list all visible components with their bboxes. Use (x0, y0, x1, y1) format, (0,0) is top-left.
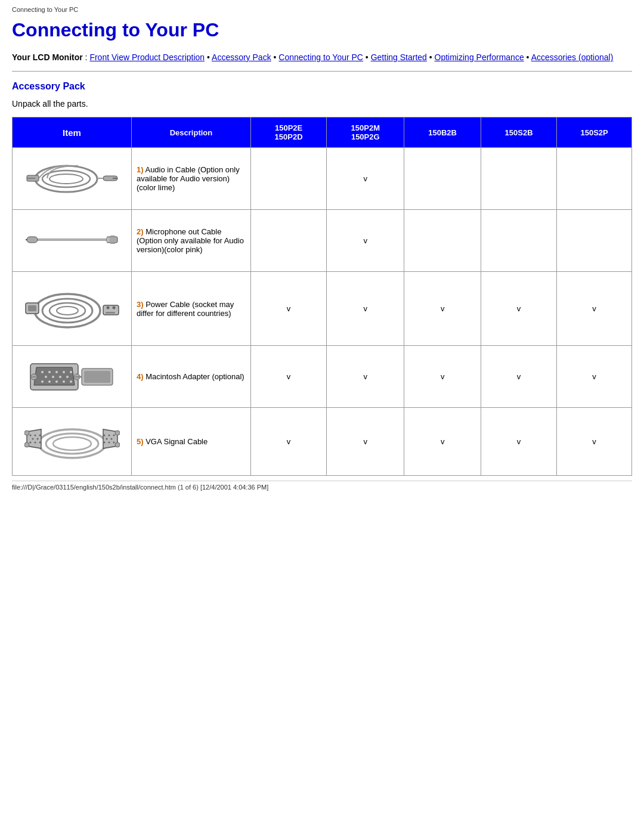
svg-point-27 (41, 371, 44, 373)
row5-col4: v (327, 408, 404, 476)
table-row: 1) Audio in Cable (Option only available… (13, 148, 632, 210)
mac-adapter-svg (24, 352, 120, 400)
item-image-4 (13, 346, 132, 408)
svg-rect-9 (27, 237, 38, 243)
nav-link-accessory-pack[interactable]: Accessory Pack (212, 52, 271, 62)
svg-point-66 (113, 442, 114, 444)
row3-col5: v (404, 272, 481, 346)
row1-col6 (481, 148, 556, 210)
svg-point-63 (103, 435, 105, 436)
row5-col6: v (481, 408, 556, 476)
intro-text: Unpack all the parts. (12, 99, 632, 109)
page-title: Connecting to Your PC (12, 19, 632, 41)
svg-point-64 (110, 438, 112, 440)
item-num-4: 4) (137, 372, 144, 381)
divider (12, 71, 632, 72)
row4-col5: v (404, 346, 481, 408)
svg-rect-20 (28, 305, 36, 311)
svg-point-55 (32, 438, 33, 440)
svg-point-69 (24, 431, 29, 435)
row2-col6 (481, 210, 556, 272)
svg-point-62 (108, 435, 110, 436)
item-image-3 (13, 272, 132, 346)
item-description-1: 1) Audio in Cable (Option only available… (132, 148, 251, 210)
item-description-4: 4) Macintosh Adapter (optional) (132, 346, 251, 408)
nav-link-front-view[interactable]: Front View Product Description (89, 52, 205, 62)
svg-point-52 (29, 435, 31, 436)
svg-point-37 (48, 380, 51, 383)
col-header-150s2b: 150S2B (481, 117, 556, 148)
svg-point-18 (57, 306, 78, 315)
svg-marker-26 (34, 367, 75, 385)
vga-cable-svg (24, 414, 120, 467)
svg-point-67 (108, 442, 110, 444)
item-num-5: 5) (137, 437, 144, 446)
svg-point-53 (34, 435, 36, 436)
svg-point-17 (49, 303, 85, 318)
svg-point-31 (70, 371, 72, 373)
row5-col7: v (557, 408, 632, 476)
svg-point-50 (53, 437, 91, 450)
row3-col7: v (557, 272, 632, 346)
page-footer: file:///D|/Grace/03115/english/150s2b/in… (12, 481, 632, 491)
row5-col5: v (404, 408, 481, 476)
svg-point-35 (66, 376, 69, 378)
item-image-2 (13, 210, 132, 272)
row1-col4: v (327, 148, 404, 210)
svg-point-36 (41, 380, 44, 383)
svg-point-56 (36, 438, 38, 440)
col-header-150p2e: 150P2E150P2D (251, 117, 327, 148)
row2-col3 (251, 210, 327, 272)
svg-point-57 (29, 442, 31, 444)
svg-point-58 (34, 442, 36, 444)
row3-col3: v (251, 272, 327, 346)
row1-col7 (557, 148, 632, 210)
item-description-5: 5) VGA Signal Cable (132, 408, 251, 476)
table-row: 3) Power Cable (socket may differ for di… (13, 272, 632, 346)
nav-link-getting-started[interactable]: Getting Started (371, 52, 427, 62)
svg-point-34 (59, 376, 61, 378)
item-description-3: 3) Power Cable (socket may differ for di… (132, 272, 251, 346)
table-row: 2) Microphone out Cable (Option only ava… (13, 210, 632, 272)
nav-link-optimizing[interactable]: Optimizing Performance (435, 52, 524, 62)
row5-col3: v (251, 408, 327, 476)
browser-path: Connecting to Your PC (12, 6, 632, 13)
item-image-5 (13, 408, 132, 476)
svg-rect-13 (110, 242, 115, 244)
col-header-150s2p: 150S2P (557, 117, 632, 148)
audio-cable-svg (24, 154, 120, 202)
svg-point-61 (113, 435, 114, 436)
svg-rect-14 (107, 237, 110, 242)
row4-col6: v (481, 346, 556, 408)
svg-point-54 (39, 435, 41, 436)
svg-point-70 (24, 442, 29, 447)
table-row: 4) Macintosh Adapter (optional) v v v v … (13, 346, 632, 408)
row4-col7: v (557, 346, 632, 408)
col-header-150p2m: 150P2M150P2G (327, 117, 404, 148)
row3-col6: v (481, 272, 556, 346)
col-header-description: Description (132, 117, 251, 148)
svg-point-39 (63, 380, 65, 383)
power-cable-svg (24, 278, 120, 337)
item-num-1: 1) (137, 165, 144, 174)
svg-rect-24 (106, 312, 115, 314)
col-header-150b2b: 150B2B (404, 117, 481, 148)
svg-point-2 (49, 174, 83, 184)
svg-point-71 (115, 431, 120, 435)
nav-prefix: Your LCD Monitor (12, 52, 83, 62)
item-description-2: 2) Microphone out Cable (Option only ava… (132, 210, 251, 272)
row1-col3 (251, 148, 327, 210)
svg-point-22 (106, 306, 109, 309)
svg-point-0 (35, 166, 97, 192)
row2-col4: v (327, 210, 404, 272)
svg-point-33 (52, 376, 54, 378)
nav-link-accessories[interactable]: Accessories (optional) (531, 52, 614, 62)
nav-link-connecting[interactable]: Connecting to Your PC (278, 52, 363, 62)
accessory-table: Item Description 150P2E150P2D 150P2M150P… (12, 117, 632, 476)
row2-col5 (404, 210, 481, 272)
row3-col4: v (327, 272, 404, 346)
svg-point-72 (115, 442, 120, 447)
svg-point-23 (112, 306, 115, 309)
svg-point-68 (103, 442, 105, 444)
row4-col3: v (251, 346, 327, 408)
